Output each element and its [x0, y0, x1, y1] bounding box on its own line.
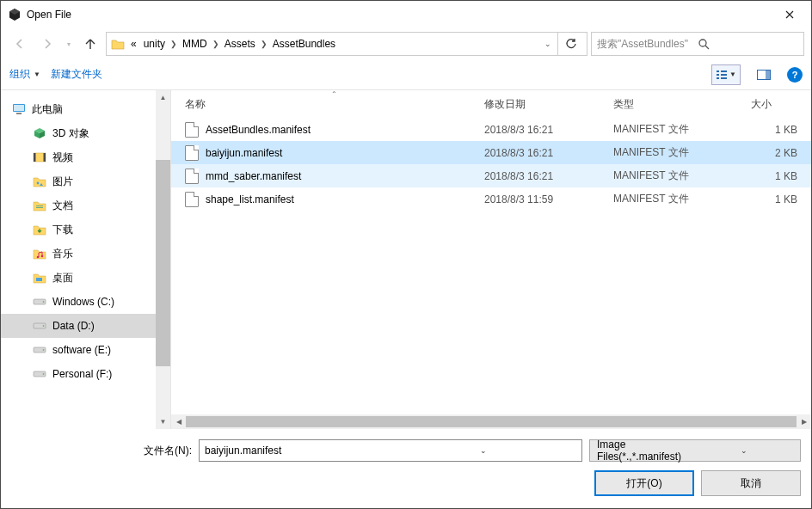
drive-icon: [32, 342, 47, 358]
search-icon: [698, 38, 798, 50]
cube-icon: [32, 126, 47, 141]
crumb-1[interactable]: MMD: [179, 33, 211, 55]
sidebar-item-label: 图片: [52, 175, 73, 189]
sidebar-scrollbar[interactable]: ▲ ▼: [156, 90, 170, 429]
svg-point-2: [699, 40, 706, 46]
sidebar-item-label: Personal (F:): [52, 368, 112, 380]
sort-asc-icon: ⌃: [331, 90, 337, 98]
cancel-button[interactable]: 取消: [701, 470, 801, 496]
search-input[interactable]: 搜索"AssetBundles": [591, 32, 804, 56]
sidebar-item-3[interactable]: 文档: [1, 193, 156, 218]
file-row[interactable]: mmd_saber.manifest2018/8/3 16:21MANIFEST…: [171, 164, 811, 187]
scroll-thumb[interactable]: [156, 160, 170, 366]
up-button[interactable]: [78, 32, 102, 56]
music-icon: [32, 246, 47, 261]
hscroll-thumb[interactable]: [186, 416, 797, 427]
svg-rect-21: [36, 205, 43, 206]
sidebar-item-6[interactable]: 桌面: [1, 266, 156, 290]
crumb-3[interactable]: AssetBundles: [269, 33, 339, 55]
file-icon: [185, 192, 199, 207]
svg-rect-19: [44, 153, 46, 162]
unity-icon: [8, 8, 22, 21]
search-placeholder: 搜索"AssetBundles": [597, 37, 698, 52]
close-button[interactable]: [770, 2, 809, 28]
svg-rect-3: [717, 71, 719, 72]
window-title: Open File: [27, 9, 770, 21]
sidebar-item-label: 视频: [52, 150, 73, 165]
svg-point-29: [43, 325, 45, 327]
file-type-filter[interactable]: Image Files(*.,*.manifest) ⌄: [589, 439, 801, 462]
chevron-down-icon[interactable]: ⌄: [391, 446, 576, 455]
svg-point-24: [41, 255, 44, 258]
svg-rect-10: [766, 70, 771, 79]
col-type[interactable]: 类型: [613, 90, 751, 118]
file-size: 1 KB: [751, 170, 811, 182]
file-type: MANIFEST 文件: [613, 145, 751, 160]
file-type: MANIFEST 文件: [613, 169, 751, 183]
sidebar-item-2[interactable]: 图片: [1, 169, 156, 193]
crumb-2[interactable]: Assets: [221, 33, 259, 55]
pictures-icon: [32, 174, 47, 189]
sidebar-item-4[interactable]: 下载: [1, 218, 156, 242]
file-name: shape_list.manifest: [206, 193, 294, 205]
sidebar-item-9[interactable]: software (E:): [1, 338, 156, 362]
preview-icon: [757, 70, 771, 80]
organize-button[interactable]: 组织▼: [9, 67, 40, 82]
sidebar-item-7[interactable]: Windows (C:): [1, 290, 156, 314]
svg-point-20: [37, 182, 40, 185]
sidebar-item-5[interactable]: 音乐: [1, 242, 156, 266]
crumb-0[interactable]: unity: [140, 33, 169, 55]
col-size[interactable]: 大小: [751, 90, 811, 118]
recent-dropdown[interactable]: ▾: [63, 32, 75, 56]
svg-rect-13: [16, 113, 22, 114]
svg-rect-7: [721, 74, 727, 76]
scroll-right[interactable]: ▶: [797, 414, 811, 429]
new-folder-button[interactable]: 新建文件夹: [51, 67, 102, 82]
dialog-footer: 文件名(N): baiyijun.manifest ⌄ Image Files(…: [1, 429, 811, 508]
drive-icon: [32, 366, 47, 382]
crumb-prefix[interactable]: «: [127, 33, 140, 55]
sidebar-item-label: 文档: [52, 199, 73, 213]
sidebar-this-pc[interactable]: 此电脑: [1, 97, 156, 121]
file-row[interactable]: AssetBundles.manifest2018/8/3 16:21MANIF…: [171, 118, 811, 141]
file-hscrollbar[interactable]: ◀ ▶: [171, 414, 811, 429]
desktop-icon: [32, 270, 47, 285]
file-row[interactable]: shape_list.manifest2018/8/3 11:59MANIFES…: [171, 187, 811, 211]
file-date: 2018/8/3 16:21: [484, 124, 613, 136]
view-mode-button[interactable]: ▼: [711, 64, 741, 85]
chevron-down-icon: ⌄: [695, 446, 793, 455]
forward-button[interactable]: [35, 32, 59, 56]
col-name[interactable]: ⌃ 名称: [185, 90, 484, 118]
refresh-button[interactable]: [557, 32, 583, 56]
list-icon: [716, 70, 728, 80]
col-date[interactable]: 修改日期: [484, 90, 613, 118]
sidebar-item-label: software (E:): [52, 344, 111, 356]
sidebar-item-10[interactable]: Personal (F:): [1, 362, 156, 386]
preview-pane-button[interactable]: [749, 64, 778, 85]
open-button[interactable]: 打开(O): [594, 470, 694, 496]
svg-point-33: [43, 373, 45, 375]
back-button[interactable]: [8, 32, 32, 56]
filename-input[interactable]: baiyijun.manifest ⌄: [199, 439, 582, 462]
help-button[interactable]: ?: [787, 67, 803, 83]
sidebar-item-8[interactable]: Data (D:): [1, 314, 156, 338]
breadcrumb[interactable]: « unity ❯ MMD ❯ Assets ❯ AssetBundles ⌄: [106, 32, 587, 56]
column-headers: ⌃ 名称 修改日期 类型 大小: [171, 90, 811, 118]
sidebar-item-1[interactable]: 视频: [1, 145, 156, 169]
svg-rect-8: [721, 77, 727, 79]
scroll-up[interactable]: ▲: [156, 90, 170, 105]
file-list: ⌃ 名称 修改日期 类型 大小 AssetBundles.manifest201…: [171, 90, 811, 429]
filename-label: 文件名(N):: [11, 444, 192, 458]
svg-point-27: [43, 301, 45, 303]
path-dropdown[interactable]: ⌄: [540, 36, 556, 52]
file-size: 1 KB: [751, 124, 811, 136]
scroll-left[interactable]: ◀: [171, 414, 186, 429]
file-name: baiyijun.manifest: [206, 147, 282, 159]
sidebar: 此电脑 3D 对象视频图片文档下载音乐桌面Windows (C:)Data (D…: [1, 90, 171, 429]
file-row[interactable]: baiyijun.manifest2018/8/3 16:21MANIFEST …: [171, 141, 811, 164]
svg-rect-6: [721, 71, 727, 72]
file-date: 2018/8/3 16:21: [484, 170, 613, 182]
sidebar-item-label: Windows (C:): [52, 296, 114, 308]
sidebar-item-0[interactable]: 3D 对象: [1, 121, 156, 145]
scroll-down[interactable]: ▼: [156, 414, 170, 429]
